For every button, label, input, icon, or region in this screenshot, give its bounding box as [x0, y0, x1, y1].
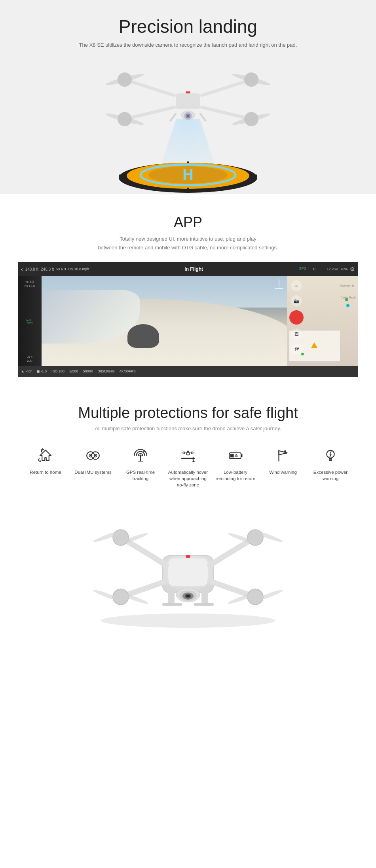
return-home-icon	[37, 447, 54, 464]
app-gps-label: GPS	[298, 266, 306, 270]
app-vs: vs 6.3	[56, 267, 66, 271]
protection-power-warning: Excessive power warning	[307, 445, 354, 488]
section-protections: Multiple protections for safe flight All…	[0, 385, 376, 658]
svg-point-7	[187, 115, 189, 117]
svg-line-20	[170, 113, 176, 121]
app-distance: 246.0 ft	[41, 267, 54, 272]
app-left-numbers: -0.3 200	[19, 355, 40, 363]
protection-nofly: Automatically hover when approaching no-…	[164, 445, 212, 488]
section-drone-bottom	[12, 500, 364, 646]
low-battery-icon	[227, 447, 244, 464]
app-gps-count: 18	[312, 267, 316, 271]
precision-title: Precision landing	[8, 16, 368, 37]
app-mode: In Flight	[91, 266, 296, 272]
svg-line-21	[200, 113, 206, 121]
drone-bottom-svg-container	[49, 504, 327, 631]
gps-tracking-icon	[132, 447, 149, 464]
protection-icons-row: Return to home Dual IMU systems	[12, 445, 364, 488]
nofly-label: Automatically hover when approaching no-…	[166, 469, 210, 488]
svg-point-56	[285, 453, 285, 453]
app-btn-map[interactable]: 🗺	[291, 344, 302, 355]
svg-rect-41	[187, 453, 190, 455]
app-color: 5000K	[83, 369, 93, 373]
svg-text:H: H	[182, 166, 193, 183]
power-warning-icon	[322, 447, 339, 464]
protection-gps: GPS real-time tracking	[117, 445, 164, 488]
app-battery: 76%	[340, 267, 348, 271]
protection-return-home: Return to home	[22, 445, 69, 488]
protections-title: Multiple protections for safe flight	[12, 405, 364, 422]
app-indicator	[274, 279, 284, 298]
app-btn-photo[interactable]: 🖼	[291, 329, 302, 340]
svg-line-9	[202, 80, 251, 95]
gps-icon-wrap	[130, 445, 151, 466]
svg-point-60	[101, 613, 275, 628]
app-map-dot-green	[345, 298, 348, 301]
app-wb: ◼ -1.0	[37, 369, 47, 373]
wind-warning-label: Wind warning	[269, 469, 297, 475]
app-left-flight-status: In F...GPS	[19, 319, 40, 325]
svg-rect-3	[176, 93, 200, 109]
protection-wind-warning: Wind warning	[259, 445, 307, 488]
app-screenshot-container: ‹ 148.8 ft 246.0 ft vs 6.3 HS 10.8 mph I…	[18, 262, 358, 377]
app-altitude: 148.8 ft	[25, 267, 38, 272]
nofly-icon-wrap	[178, 445, 198, 466]
app-ev: ▲ -48°	[21, 369, 32, 373]
drone-bottom-svg	[49, 504, 327, 631]
app-left-panel: vs 8.2 hs 12.6 In F...GPS -0.3 200	[18, 276, 42, 366]
svg-point-37	[95, 455, 96, 456]
protection-low-battery: Low-battery reminding for return	[212, 445, 259, 488]
dual-imu-icon	[85, 447, 101, 464]
protection-dual-imu: Dual IMU systems	[69, 445, 117, 488]
app-iso: ISO 200	[51, 369, 65, 373]
app-hs: HS 10.8 mph	[68, 267, 89, 271]
svg-rect-84	[194, 603, 214, 606]
app-drone-marker	[311, 342, 317, 348]
section-precision: Precision landing The X8 SE ultilizes th…	[0, 0, 376, 194]
app-shutter: 1/500	[69, 369, 78, 373]
dual-imu-label: Dual IMU systems	[74, 469, 111, 475]
gps-label: GPS real-time tracking	[119, 469, 162, 482]
svg-rect-50	[241, 454, 243, 457]
svg-point-36	[90, 455, 91, 456]
wind-warning-icon	[275, 447, 291, 464]
app-right-panel: Anderson Is Cedar Rapid ≡ 📷 🖼	[287, 276, 358, 366]
svg-line-10	[125, 107, 174, 119]
svg-line-8	[125, 80, 174, 95]
app-record-btn[interactable]	[289, 310, 304, 325]
app-storage: 385M/64G	[98, 369, 115, 373]
power-warning-icon-wrap	[320, 445, 341, 466]
precision-subtitle: The X8 SE ultilizes the downside camera …	[8, 42, 368, 48]
nofly-zone-icon	[180, 447, 196, 464]
svg-rect-81	[168, 591, 175, 605]
return-home-label: Return to home	[30, 469, 61, 475]
app-center-view	[42, 276, 287, 366]
app-map-dot-blue	[346, 304, 349, 307]
app-settings-icon: ⚙	[350, 266, 355, 272]
svg-rect-82	[201, 591, 208, 605]
app-left-stats: vs 8.2 hs 12.6	[19, 279, 40, 288]
section-app: APP Totally new designed UI, more intuit…	[0, 194, 376, 385]
app-subtitle: Totally new designed UI, more intuitive …	[8, 235, 368, 252]
svg-point-67	[186, 595, 190, 597]
power-warning-label: Excessive power warning	[309, 469, 352, 482]
app-control-buttons: ≡ 📷 🖼 🗺	[289, 280, 304, 355]
app-back-icon: ‹	[21, 266, 23, 272]
low-battery-label: Low-battery reminding for return	[214, 469, 257, 482]
svg-rect-22	[186, 91, 190, 93]
svg-rect-80	[186, 555, 190, 558]
dual-imu-icon-wrap	[83, 445, 103, 466]
svg-rect-62	[168, 558, 208, 586]
app-bottom-bar: ▲ -48° ◼ -1.0 ISO 200 1/500 5000K 385M/6…	[18, 366, 358, 377]
wind-warning-icon-wrap	[273, 445, 293, 466]
protections-subtitle: All multiple safe protection functions m…	[12, 425, 364, 431]
low-battery-icon-wrap	[225, 445, 246, 466]
app-btn-menu[interactable]: ≡	[291, 280, 302, 291]
app-btn-camera[interactable]: 📷	[291, 295, 302, 306]
drone-scene-svg: H	[69, 56, 307, 194]
svg-rect-83	[162, 603, 182, 606]
svg-line-11	[202, 107, 251, 119]
svg-point-53	[236, 456, 236, 456]
app-voltage: 12.26V	[327, 267, 338, 271]
svg-rect-51	[230, 454, 234, 458]
